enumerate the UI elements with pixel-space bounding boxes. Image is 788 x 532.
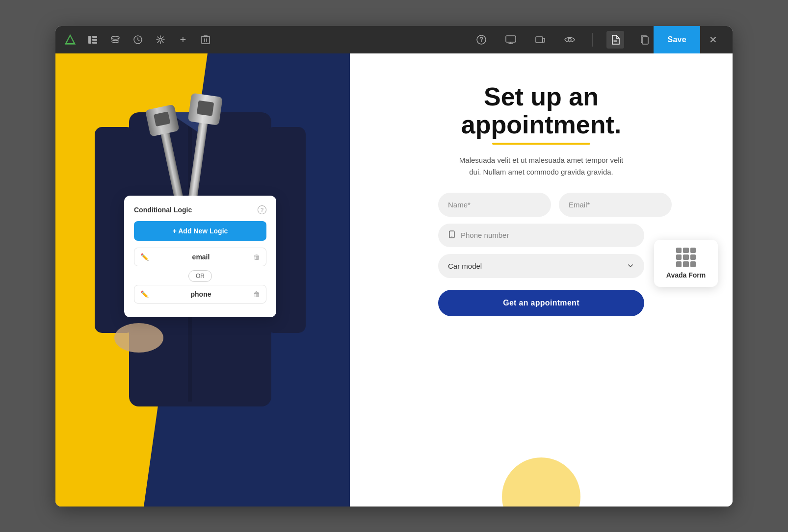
form-title: Set up an appointment. xyxy=(461,83,621,139)
svg-rect-9 xyxy=(202,37,210,44)
main-content: Conditional Logic ? + Add New Logic ✏️ e… xyxy=(55,53,733,507)
svg-rect-2 xyxy=(88,36,91,44)
logo-icon[interactable] xyxy=(63,33,77,47)
toolbar-divider xyxy=(592,33,593,47)
or-badge: OR xyxy=(188,270,212,282)
delete-icon[interactable] xyxy=(199,33,212,47)
avada-grid-icon xyxy=(676,248,696,267)
conditional-logic-card: Conditional Logic ? + Add New Logic ✏️ e… xyxy=(124,196,276,317)
save-button[interactable]: Save xyxy=(654,26,700,53)
edit-icon-email[interactable]: ✏️ xyxy=(140,253,149,261)
svg-rect-4 xyxy=(92,39,97,41)
svg-point-6 xyxy=(111,36,119,39)
history-icon[interactable] xyxy=(131,33,145,47)
name-email-row xyxy=(438,193,644,217)
grid-cell xyxy=(676,261,682,267)
svg-rect-16 xyxy=(642,37,648,44)
svg-point-15 xyxy=(568,38,571,41)
delete-icon-phone[interactable]: 🗑 xyxy=(253,290,260,298)
delete-icon-email[interactable]: 🗑 xyxy=(253,253,260,261)
email-input[interactable] xyxy=(559,193,672,217)
copy-icon[interactable] xyxy=(636,31,654,49)
add-logic-button[interactable]: + Add New Logic xyxy=(134,221,266,241)
grid-cell xyxy=(690,248,696,253)
svg-rect-5 xyxy=(92,42,97,44)
conditional-card-header: Conditional Logic ? xyxy=(134,205,266,214)
svg-rect-12 xyxy=(506,36,516,42)
svg-rect-3 xyxy=(92,36,97,38)
eye-preview-icon[interactable] xyxy=(561,31,578,49)
bottom-decorative-circle xyxy=(502,457,580,507)
phone-field xyxy=(438,224,644,247)
grid-cell xyxy=(690,254,696,260)
svg-point-34 xyxy=(114,323,163,353)
grid-cell xyxy=(683,248,688,253)
toolbar-left: + xyxy=(63,33,473,47)
name-input[interactable] xyxy=(438,193,551,217)
toolbar-center xyxy=(473,31,654,49)
right-panel: Set up an appointment. Malesuada velit e… xyxy=(350,53,733,507)
sidebar-toggle-icon[interactable] xyxy=(86,33,100,47)
svg-rect-14 xyxy=(543,38,545,42)
grid-cell xyxy=(690,261,696,267)
car-model-select[interactable]: Car model Toyota Honda Ford BMW xyxy=(438,254,644,278)
add-element-icon[interactable]: + xyxy=(176,33,190,47)
logic-label-email: email xyxy=(154,253,248,261)
logic-label-phone: phone xyxy=(154,290,248,298)
help-icon[interactable] xyxy=(473,31,490,49)
settings-icon[interactable] xyxy=(154,33,167,47)
responsive-icon[interactable] xyxy=(531,31,549,49)
or-divider: OR xyxy=(134,270,266,282)
grid-cell xyxy=(676,248,682,253)
left-panel: Conditional Logic ? + Add New Logic ✏️ e… xyxy=(55,53,350,507)
conditional-title: Conditional Logic xyxy=(134,206,192,214)
desktop-preview-icon[interactable] xyxy=(502,31,520,49)
svg-point-11 xyxy=(481,41,482,42)
logic-row-email: ✏️ email 🗑 xyxy=(134,248,266,266)
svg-rect-31 xyxy=(197,100,214,116)
svg-rect-13 xyxy=(536,37,543,43)
form-title-line1: Set up an xyxy=(484,82,599,111)
help-badge[interactable]: ? xyxy=(258,205,266,214)
submit-button[interactable]: Get an appointment xyxy=(438,290,644,316)
close-button[interactable]: ✕ xyxy=(701,26,725,53)
toolbar-right: Save ✕ xyxy=(654,26,725,53)
file-icon-active[interactable] xyxy=(606,31,624,49)
phone-input[interactable] xyxy=(461,231,634,239)
grid-cell xyxy=(683,261,688,267)
form-title-line2: appointment. xyxy=(461,110,621,139)
svg-point-36 xyxy=(451,236,452,237)
avada-form-label: Avada Form xyxy=(666,271,706,279)
app-window: + xyxy=(55,26,733,507)
grid-cell xyxy=(676,254,682,260)
title-underline xyxy=(492,143,590,145)
layers-icon[interactable] xyxy=(108,33,122,47)
avada-form-popup: Avada Form xyxy=(654,240,718,287)
phone-icon xyxy=(448,230,456,240)
grid-cell xyxy=(683,254,688,260)
form-subtitle: Malesuada velit et ut malesuada amet tem… xyxy=(458,154,625,178)
logic-row-phone: ✏️ phone 🗑 xyxy=(134,285,266,304)
svg-point-8 xyxy=(159,38,162,41)
edit-icon-phone[interactable]: ✏️ xyxy=(140,290,149,298)
toolbar: + xyxy=(55,26,733,53)
